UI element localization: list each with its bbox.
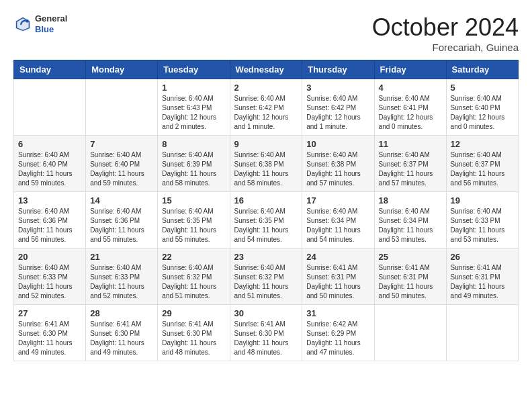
calendar-cell: 6Sunrise: 6:40 AMSunset: 6:40 PMDaylight… (14, 136, 86, 192)
cell-info: Sunrise: 6:40 AM (306, 150, 369, 160)
cell-info: Sunrise: 6:40 AM (18, 150, 81, 160)
day-number: 11 (379, 139, 442, 149)
day-number: 15 (162, 195, 225, 205)
cell-info: Sunrise: 6:40 AM (90, 207, 153, 216)
cell-info: Daylight: 11 hours and 50 minutes. (379, 282, 442, 301)
calendar-cell (446, 305, 518, 361)
cell-info: Daylight: 12 hours and 1 minute. (234, 113, 298, 132)
cell-info: Sunset: 6:37 PM (379, 160, 442, 169)
cell-info: Sunset: 6:30 PM (90, 329, 153, 338)
day-number: 17 (306, 195, 369, 205)
day-number: 22 (162, 252, 225, 262)
cell-info: Daylight: 11 hours and 56 minutes. (451, 169, 514, 188)
day-number: 31 (306, 308, 369, 318)
calendar-cell: 7Sunrise: 6:40 AMSunset: 6:40 PMDaylight… (86, 136, 158, 192)
logo-blue: Blue (35, 24, 67, 35)
cell-info: Sunrise: 6:40 AM (306, 94, 369, 103)
calendar-cell: 30Sunrise: 6:41 AMSunset: 6:30 PMDayligh… (230, 305, 302, 361)
cell-info: Daylight: 11 hours and 48 minutes. (162, 338, 225, 357)
day-number: 6 (18, 139, 81, 149)
logo-text: General Blue (35, 13, 67, 34)
cell-info: Sunset: 6:30 PM (18, 329, 81, 338)
calendar-header-row: SundayMondayTuesdayWednesdayThursdayFrid… (14, 60, 519, 79)
cell-info: Sunset: 6:40 PM (18, 160, 81, 169)
logo: General Blue (13, 13, 67, 34)
day-number: 20 (18, 252, 81, 262)
cell-info: Sunset: 6:34 PM (306, 216, 369, 226)
cell-info: Daylight: 11 hours and 55 minutes. (90, 226, 153, 244)
cell-info: Sunrise: 6:40 AM (451, 94, 514, 103)
cell-info: Daylight: 11 hours and 51 minutes. (162, 282, 225, 301)
day-number: 13 (18, 195, 81, 205)
cell-info: Sunrise: 6:40 AM (451, 207, 514, 216)
cell-info: Daylight: 11 hours and 59 minutes. (18, 169, 81, 188)
cell-info: Sunrise: 6:40 AM (234, 94, 298, 103)
cell-info: Sunrise: 6:40 AM (18, 263, 81, 273)
weekday-header: Saturday (446, 60, 518, 79)
calendar-cell: 31Sunrise: 6:42 AMSunset: 6:29 PMDayligh… (302, 305, 374, 361)
day-number: 28 (90, 308, 153, 318)
cell-info: Daylight: 11 hours and 58 minutes. (234, 169, 298, 188)
calendar-cell: 14Sunrise: 6:40 AMSunset: 6:36 PMDayligh… (86, 192, 158, 248)
cell-info: Daylight: 11 hours and 57 minutes. (306, 169, 369, 188)
cell-info: Sunset: 6:31 PM (379, 273, 442, 282)
day-number: 27 (18, 308, 81, 318)
calendar-cell: 9Sunrise: 6:40 AMSunset: 6:38 PMDaylight… (230, 136, 302, 192)
cell-info: Daylight: 11 hours and 49 minutes. (90, 338, 153, 357)
cell-info: Daylight: 11 hours and 59 minutes. (90, 169, 153, 188)
cell-info: Sunset: 6:39 PM (162, 160, 225, 169)
cell-info: Sunset: 6:31 PM (306, 273, 369, 282)
cell-info: Daylight: 11 hours and 54 minutes. (234, 226, 298, 244)
calendar-cell: 18Sunrise: 6:40 AMSunset: 6:34 PMDayligh… (374, 192, 446, 248)
day-number: 5 (451, 83, 514, 93)
cell-info: Sunrise: 6:40 AM (18, 207, 81, 216)
cell-info: Sunrise: 6:40 AM (234, 263, 298, 273)
calendar-cell: 20Sunrise: 6:40 AMSunset: 6:33 PMDayligh… (14, 248, 86, 305)
calendar-cell (374, 305, 446, 361)
calendar-cell: 8Sunrise: 6:40 AMSunset: 6:39 PMDaylight… (158, 136, 230, 192)
cell-info: Sunset: 6:38 PM (306, 160, 369, 169)
calendar-week-row: 6Sunrise: 6:40 AMSunset: 6:40 PMDaylight… (14, 136, 519, 192)
cell-info: Daylight: 11 hours and 52 minutes. (18, 282, 81, 301)
day-number: 3 (306, 83, 369, 93)
cell-info: Sunset: 6:40 PM (90, 160, 153, 169)
cell-info: Daylight: 11 hours and 54 minutes. (306, 226, 369, 244)
logo-icon (13, 15, 32, 34)
day-number: 4 (379, 83, 442, 93)
cell-info: Daylight: 11 hours and 55 minutes. (162, 226, 225, 244)
day-number: 19 (451, 195, 514, 205)
cell-info: Sunset: 6:30 PM (234, 329, 298, 338)
day-number: 23 (234, 252, 298, 262)
cell-info: Sunrise: 6:41 AM (379, 263, 442, 273)
cell-info: Sunset: 6:32 PM (234, 273, 298, 282)
calendar-cell: 16Sunrise: 6:40 AMSunset: 6:35 PMDayligh… (230, 192, 302, 248)
cell-info: Sunrise: 6:40 AM (234, 150, 298, 160)
calendar-cell: 22Sunrise: 6:40 AMSunset: 6:32 PMDayligh… (158, 248, 230, 305)
day-number: 24 (306, 252, 369, 262)
calendar-week-row: 20Sunrise: 6:40 AMSunset: 6:33 PMDayligh… (14, 248, 519, 305)
weekday-header: Thursday (302, 60, 374, 79)
weekday-header: Tuesday (158, 60, 230, 79)
weekday-header: Friday (374, 60, 446, 79)
cell-info: Daylight: 11 hours and 52 minutes. (90, 282, 153, 301)
calendar-cell: 29Sunrise: 6:41 AMSunset: 6:30 PMDayligh… (158, 305, 230, 361)
day-number: 30 (234, 308, 298, 318)
location-title: Forecariah, Guinea (372, 42, 519, 53)
calendar-table: SundayMondayTuesdayWednesdayThursdayFrid… (13, 60, 519, 361)
day-number: 2 (234, 83, 298, 93)
calendar-week-row: 13Sunrise: 6:40 AMSunset: 6:36 PMDayligh… (14, 192, 519, 248)
calendar-cell (86, 79, 158, 136)
calendar-cell (14, 79, 86, 136)
cell-info: Sunrise: 6:41 AM (234, 320, 298, 329)
cell-info: Sunrise: 6:40 AM (162, 207, 225, 216)
calendar-cell: 2Sunrise: 6:40 AMSunset: 6:42 PMDaylight… (230, 79, 302, 136)
calendar-cell: 26Sunrise: 6:41 AMSunset: 6:31 PMDayligh… (446, 248, 518, 305)
cell-info: Sunrise: 6:41 AM (306, 263, 369, 273)
cell-info: Sunrise: 6:40 AM (162, 263, 225, 273)
weekday-header: Sunday (14, 60, 86, 79)
cell-info: Sunset: 6:36 PM (90, 216, 153, 226)
cell-info: Sunrise: 6:41 AM (18, 320, 81, 329)
day-number: 8 (162, 139, 225, 149)
cell-info: Sunrise: 6:40 AM (379, 150, 442, 160)
cell-info: Daylight: 11 hours and 49 minutes. (451, 282, 514, 301)
